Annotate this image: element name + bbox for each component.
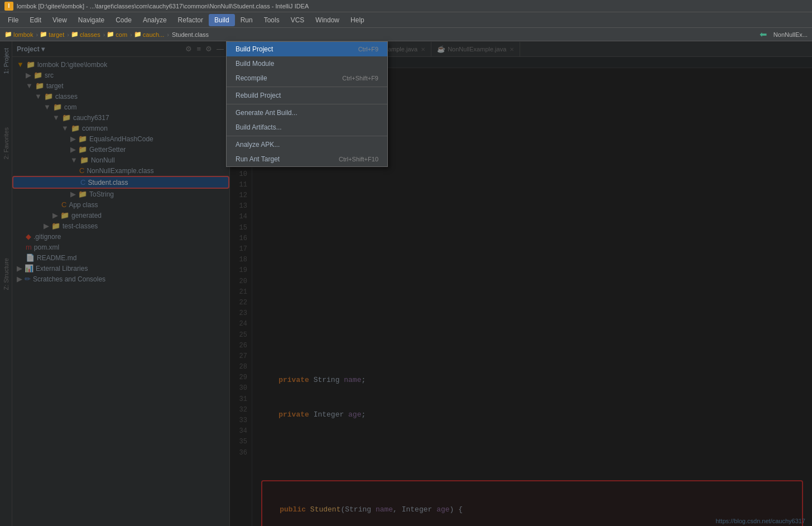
menu-vcs[interactable]: VCS bbox=[285, 14, 310, 26]
left-tab-favorites[interactable]: 2: Favorites bbox=[1, 123, 11, 164]
dropdown-build-project[interactable]: Build Project Ctrl+F9 bbox=[227, 42, 387, 56]
tree-label-com: com bbox=[64, 103, 77, 111]
tree-label-equals: EqualsAndHashCode bbox=[89, 135, 153, 143]
tab-icon-nonnull: ☕ bbox=[437, 45, 445, 53]
menu-run[interactable]: Run bbox=[235, 14, 258, 26]
dropdown-build-module-label: Build Module bbox=[236, 60, 274, 68]
folder-icon-lombok2: 📁 bbox=[26, 60, 35, 69]
tree-generated[interactable]: ▶ 📁 generated bbox=[12, 210, 229, 221]
tree-gitignore[interactable]: ◆ .gitignore bbox=[12, 231, 229, 242]
breadcrumb-lombok[interactable]: lombok bbox=[13, 31, 33, 38]
tree-com[interactable]: ▼ 📁 com bbox=[12, 102, 229, 112]
menu-code[interactable]: Code bbox=[110, 14, 137, 26]
folder-icon-testclasses: 📁 bbox=[51, 222, 60, 230]
code-line-10: private Integer age; bbox=[261, 409, 803, 421]
tree-lombok-root[interactable]: ▼ 📁 lombok D:\gitee\lombok bbox=[12, 59, 229, 70]
minimize-icon[interactable]: — bbox=[215, 44, 225, 54]
menu-build[interactable]: Build bbox=[209, 14, 235, 26]
tree-readme[interactable]: 📄 README.md bbox=[12, 252, 229, 263]
dropdown-run-ant-shortcut: Ctrl+Shift+F10 bbox=[339, 156, 378, 162]
tab-close-tostring[interactable]: ✕ bbox=[421, 46, 425, 52]
breadcrumb-studentclass[interactable]: Student.class bbox=[172, 31, 209, 38]
tree-equalshashcode[interactable]: ▶ 📁 EqualsAndHashCode bbox=[12, 133, 229, 144]
menu-file[interactable]: File bbox=[2, 14, 24, 26]
folder-icon-target: 📁 bbox=[35, 82, 44, 90]
code-line-5 bbox=[261, 235, 803, 247]
dropdown-recompile[interactable]: Recompile Ctrl+Shift+F9 bbox=[227, 71, 387, 85]
folder-icon-common: 📁 bbox=[71, 124, 80, 132]
menu-navigate[interactable]: Navigate bbox=[73, 14, 110, 26]
dropdown-divider-1 bbox=[227, 87, 387, 87]
breadcrumb-target[interactable]: target bbox=[49, 31, 64, 38]
tree-src[interactable]: ▶ 📁 src bbox=[12, 70, 229, 80]
dropdown-recompile-label: Recompile bbox=[236, 74, 267, 82]
tree-classes[interactable]: ▼ 📁 classes bbox=[12, 91, 229, 102]
build-dropdown: Build Project Ctrl+F9 Build Module Recom… bbox=[226, 41, 388, 167]
dropdown-build-module[interactable]: Build Module bbox=[227, 56, 387, 71]
main-layout: 1: Project 2: Favorites Z: Structure Pro… bbox=[0, 41, 812, 526]
folder-icon-getter: 📁 bbox=[78, 145, 87, 154]
nav-back-icon[interactable]: ⬅ bbox=[760, 29, 767, 40]
tree-tostring[interactable]: ▶ 📁 ToString bbox=[12, 189, 229, 199]
tree-gettersetter[interactable]: ▶ 📁 GetterSetter bbox=[12, 144, 229, 155]
project-tree: ▼ 📁 lombok D:\gitee\lombok ▶ 📁 src ▼ 📁 t… bbox=[12, 57, 229, 526]
expand-icon-tostring: ▶ bbox=[70, 190, 76, 198]
menu-window[interactable]: Window bbox=[310, 14, 345, 26]
tree-cauchy6317[interactable]: ▼ 📁 cauchy6317 bbox=[12, 112, 229, 123]
dropdown-recompile-shortcut: Ctrl+Shift+F9 bbox=[342, 75, 378, 82]
breadcrumb-com[interactable]: com bbox=[116, 31, 127, 38]
url-bar: https://blog.csdn.net/cauchy6317 bbox=[709, 516, 812, 526]
tree-testclasses[interactable]: ▶ 📁 test-classes bbox=[12, 221, 229, 231]
menu-help[interactable]: Help bbox=[345, 14, 370, 26]
folder-icon-src: 📁 bbox=[33, 71, 42, 79]
breadcrumb-icon-lombok: 📁 bbox=[4, 31, 12, 38]
expand-icon-testclasses: ▶ bbox=[44, 222, 49, 230]
tree-nonnull[interactable]: ▼ 📁 NonNull bbox=[12, 155, 229, 165]
tree-label-getter: GetterSetter bbox=[89, 146, 126, 154]
menu-analyze[interactable]: Analyze bbox=[137, 14, 172, 26]
tree-scratches[interactable]: ▶ ✏ Scratches and Consoles bbox=[12, 274, 229, 284]
tree-label-pomxml: pom.xml bbox=[34, 243, 59, 251]
dropdown-run-ant[interactable]: Run Ant Target Ctrl+Shift+F10 bbox=[227, 152, 387, 166]
tree-label-student: Student.class bbox=[88, 179, 128, 187]
left-tab-project[interactable]: 1: Project bbox=[1, 44, 11, 78]
breadcrumb-cauch[interactable]: cauch... bbox=[143, 31, 165, 38]
tree-studentclass[interactable]: C Student.class bbox=[12, 176, 229, 189]
tree-common[interactable]: ▼ 📁 common bbox=[12, 123, 229, 133]
sync-icon[interactable]: ⚙ bbox=[184, 44, 193, 54]
dropdown-generate-ant[interactable]: Generate Ant Build... bbox=[227, 106, 387, 120]
breadcrumb-classes[interactable]: classes bbox=[80, 31, 100, 38]
tree-extlibs[interactable]: ▶ 📊 External Libraries bbox=[12, 263, 229, 274]
tree-nonnullexample[interactable]: C NonNullExample.class bbox=[12, 165, 229, 176]
tree-label-nonnull: NonNull bbox=[91, 156, 115, 164]
tree-pomxml[interactable]: m pom.xml bbox=[12, 242, 229, 252]
tab-close-nonnull[interactable]: ✕ bbox=[510, 46, 514, 52]
folder-icon-tostring: 📁 bbox=[78, 190, 87, 198]
menu-refactor[interactable]: Refactor bbox=[172, 14, 209, 26]
tab-nonnull[interactable]: ☕ NonNullExample.java ✕ bbox=[431, 42, 520, 56]
project-panel: Project ▾ ⚙ ≡ ⚙ — ▼ 📁 lombok D:\gitee\lo… bbox=[12, 41, 230, 526]
file-icon-nonnullexample: C bbox=[79, 166, 84, 175]
breadcrumb: 📁 lombok › 📁 target › 📁 classes › 📁 com … bbox=[0, 28, 812, 41]
code-line-9: private String name; bbox=[261, 375, 803, 386]
dropdown-rebuild-project[interactable]: Rebuild Project bbox=[227, 88, 387, 103]
project-title: Project ▾ bbox=[17, 45, 184, 53]
left-tab-structure[interactable]: Z: Structure bbox=[1, 254, 11, 294]
tree-target[interactable]: ▼ 📁 target bbox=[12, 80, 229, 91]
settings-icon[interactable]: ≡ bbox=[195, 44, 202, 54]
code-line-11 bbox=[261, 444, 803, 456]
gear-icon[interactable]: ⚙ bbox=[204, 44, 213, 54]
menu-view[interactable]: View bbox=[47, 14, 73, 26]
dropdown-build-artifacts[interactable]: Build Artifacts... bbox=[227, 120, 387, 135]
tree-label-classes: classes bbox=[55, 93, 78, 101]
menu-edit[interactable]: Edit bbox=[24, 14, 47, 26]
tree-label-tostring: ToString bbox=[89, 190, 114, 198]
dropdown-analyze-apk[interactable]: Analyze APK... bbox=[227, 137, 387, 152]
file-icon-readme: 📄 bbox=[26, 254, 35, 262]
menu-bar: File Edit View Navigate Code Analyze Ref… bbox=[0, 12, 812, 28]
menu-tools[interactable]: Tools bbox=[258, 14, 285, 26]
tree-label-target: target bbox=[46, 82, 64, 90]
tree-appclass[interactable]: C App class bbox=[12, 199, 229, 210]
breadcrumb-icon-com: 📁 bbox=[107, 31, 114, 38]
dropdown-divider-2 bbox=[227, 104, 387, 104]
